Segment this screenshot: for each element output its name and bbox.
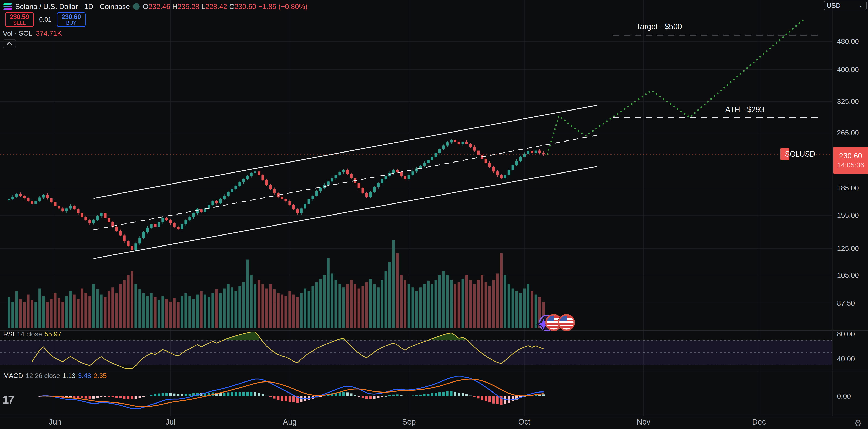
- axis-tick-label: 0.00: [837, 392, 851, 400]
- rsi-legend[interactable]: RSI 14 close 55.97: [3, 330, 61, 338]
- chart-window: Solana / U.S. Dollar · 1D · Coinbase O23…: [0, 0, 868, 429]
- axis-tick-label: 480.00: [837, 37, 859, 45]
- current-price-label: 230.60 14:05:36: [833, 147, 868, 174]
- chevron-up-icon: [6, 42, 12, 47]
- month-label: Jun: [49, 418, 61, 426]
- axis-tick-label: 40.00: [837, 355, 855, 363]
- symbol-title[interactable]: Solana / U.S. Dollar · 1D · Coinbase: [15, 2, 130, 10]
- symbol-price-flag: SOLUSD: [780, 148, 789, 161]
- currency-selector[interactable]: USD ⌄: [824, 1, 867, 10]
- month-label: Sep: [402, 418, 416, 426]
- price-change-pct: (−0.80%): [278, 2, 308, 10]
- spread-value: 0.01: [39, 16, 52, 23]
- month-label: Jul: [165, 418, 176, 426]
- axis-tick-label: 80.00: [837, 330, 855, 338]
- volume-readout: Vol · SOL 374.71K: [3, 29, 62, 37]
- axis-tick-label: 87.50: [837, 299, 855, 307]
- month-label: Aug: [283, 418, 297, 426]
- month-label: Nov: [637, 418, 650, 426]
- macd-legend[interactable]: MACD 12 26 close 1.13 3.48 2.35: [3, 372, 107, 380]
- ohlc-readout: O232.46 H235.28 L228.42 C230.60 −1.85 (−…: [143, 2, 308, 10]
- chart-header: Solana / U.S. Dollar · 1D · Coinbase O23…: [4, 2, 308, 10]
- collapse-widget-button[interactable]: [3, 39, 16, 48]
- axis-tick-label: 105.00: [837, 271, 859, 279]
- price-change: −1.85: [258, 2, 277, 10]
- gear-icon[interactable]: ⚙: [854, 418, 862, 428]
- sticker-group[interactable]: [530, 311, 575, 336]
- target-annotation[interactable]: Target - $500: [636, 22, 682, 31]
- axis-tick-label: 325.00: [837, 97, 859, 105]
- axis-tick-label: 265.00: [837, 129, 859, 137]
- chevron-down-icon: ⌄: [859, 2, 864, 9]
- trade-widget: 230.59 SELL 0.01 230.60 BUY: [5, 12, 86, 27]
- axis-tick-label: 125.00: [837, 244, 859, 253]
- axis-tick-label: 155.00: [837, 211, 859, 220]
- market-status-dot: [133, 3, 140, 10]
- axis-tick-label: 185.00: [837, 184, 859, 192]
- buy-button[interactable]: 230.60 BUY: [57, 12, 86, 27]
- bar-countdown: 14:05:36: [833, 161, 868, 169]
- solana-logo-icon[interactable]: [4, 3, 12, 10]
- tradingview-logo-icon: 17: [2, 393, 13, 406]
- chart-canvas[interactable]: [0, 0, 868, 429]
- usa-flag-emoji[interactable]: [558, 315, 575, 331]
- axis-tick-label: 400.00: [837, 65, 859, 74]
- month-label: Dec: [752, 418, 766, 426]
- ath-annotation[interactable]: ATH - $293: [725, 105, 764, 114]
- month-label: Oct: [518, 418, 530, 426]
- sell-button[interactable]: 230.59 SELL: [5, 12, 34, 27]
